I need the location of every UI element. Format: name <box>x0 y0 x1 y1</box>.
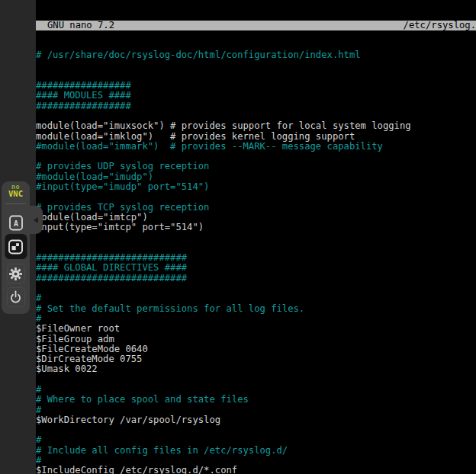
editor-content: # /usr/share/doc/rsyslog-doc/html/config… <box>36 50 476 474</box>
editor-line: #### MODULES #### <box>36 91 476 101</box>
fullscreen-button[interactable] <box>5 234 27 259</box>
editor-line: $FileCreateMode 0640 <box>36 344 476 354</box>
nano-file-path: /etc/rsyslog. <box>404 21 476 30</box>
editor-line: module(load="imtcp") <box>36 213 476 223</box>
editor-line <box>36 243 476 253</box>
novnc-logo: no VNC <box>2 184 30 197</box>
clipboard-icon: A <box>8 215 24 231</box>
editor-line: # provides TCP syslog reception <box>36 203 476 213</box>
editor-line: # <box>36 293 476 303</box>
editor-line <box>36 71 476 81</box>
editor-line <box>36 375 476 385</box>
fullscreen-icon <box>8 239 24 255</box>
terminal-screen[interactable]: GNU nano 7.2 /etc/rsyslog. # /usr/share/… <box>36 0 476 474</box>
vnc-control-bar: no VNC A <box>2 181 30 314</box>
editor-line: $FileGroup adm <box>36 335 476 344</box>
editor-line: #module(load="imudp") <box>36 172 476 182</box>
editor-line <box>36 192 476 202</box>
sidebar-divider <box>5 203 26 204</box>
editor-line <box>36 111 476 121</box>
editor-line: $Umask 0022 <box>36 364 476 374</box>
editor-line: #### GLOBAL DIRECTIVES #### <box>36 263 476 273</box>
editor-line: # <box>36 405 476 415</box>
editor-line <box>36 425 476 435</box>
editor-line <box>36 60 476 70</box>
editor-line: ################# <box>36 101 476 111</box>
editor-line: $WorkDirectory /var/spool/rsyslog <box>36 415 476 425</box>
editor-line: # Include all config files in /etc/rsysl… <box>36 446 476 456</box>
editor-line <box>36 233 476 243</box>
editor-line: #module(load="immark") # provides --MARK… <box>36 142 476 152</box>
editor-line: module(load="imklog") # provides kernel … <box>36 132 476 142</box>
nano-titlebar: GNU nano 7.2 /etc/rsyslog. <box>36 21 476 30</box>
power-button[interactable] <box>7 287 25 307</box>
editor-line <box>36 152 476 162</box>
editor-line: # <box>36 456 476 466</box>
editor-line: # /usr/share/doc/rsyslog-doc/html/config… <box>36 50 476 60</box>
editor-line: $DirCreateMode 0755 <box>36 354 476 364</box>
editor-line: # <box>36 314 476 324</box>
editor-line: ################# <box>36 81 476 91</box>
svg-text:A: A <box>13 219 18 227</box>
control-bar-handle[interactable] <box>30 206 43 234</box>
clipboard-button[interactable]: A <box>7 213 25 232</box>
editor-line: $IncludeConfig /etc/rsyslog.d/*.conf <box>36 466 476 474</box>
editor-line <box>36 283 476 293</box>
power-icon <box>8 290 23 305</box>
editor-line: $FileOwner root <box>36 324 476 334</box>
gear-icon <box>8 267 23 281</box>
editor-line: # Where to place spool and state files <box>36 395 476 405</box>
novnc-logo-vnc: VNC <box>2 190 30 197</box>
editor-line: module(load="imuxsock") # provides suppo… <box>36 121 476 131</box>
nano-app-title: GNU nano 7.2 <box>36 21 114 30</box>
editor-line: ########################### <box>36 253 476 263</box>
editor-line: # Set the default permissions for all lo… <box>36 304 476 314</box>
editor-line: #input(type="imudp" port="514") <box>36 182 476 192</box>
editor-line: # provides UDP syslog reception <box>36 162 476 171</box>
editor-line: # <box>36 385 476 395</box>
collapse-arrow-icon <box>34 217 38 223</box>
editor-line: input(type="imtcp" port="514") <box>36 223 476 232</box>
settings-button[interactable] <box>7 264 25 283</box>
editor-line: # <box>36 435 476 445</box>
editor-line: ########################### <box>36 274 476 283</box>
